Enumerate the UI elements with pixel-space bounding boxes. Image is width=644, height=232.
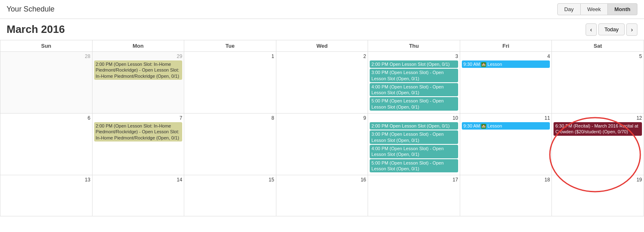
day-number: 29	[94, 53, 183, 59]
event-item[interactable]: 2:00 PM (Open Lesson Slot: In-Home Piedm…	[94, 60, 183, 80]
event-item[interactable]: 5:00 PM (Open Lesson Slot) - Open Lesson…	[370, 159, 458, 173]
header-thu: Thu	[368, 40, 460, 52]
day-cell: 14	[93, 175, 185, 216]
day-number: 12	[554, 115, 642, 121]
view-toggle: Day Week Month	[557, 3, 637, 15]
day-number: 5	[554, 53, 642, 59]
week-view-button[interactable]: Week	[581, 3, 608, 15]
day-number: 11	[462, 115, 550, 121]
day-number: 17	[370, 177, 458, 183]
calendar-grid: Sun Mon Tue Wed Thu Fri Sat 28 29 2:00 P…	[0, 40, 644, 216]
event-item[interactable]: 3:00 PM (Open Lesson Slot) - Open Lesson…	[370, 130, 458, 144]
nav-controls: ‹ Today ›	[586, 23, 637, 36]
day-view-button[interactable]: Day	[557, 3, 581, 15]
header-wed: Wed	[276, 40, 368, 52]
day-number: 3	[370, 53, 458, 59]
day-cell: 5	[552, 52, 644, 114]
day-cell: 2	[276, 52, 368, 114]
day-cell: 29 2:00 PM (Open Lesson Slot: In-Home Pi…	[93, 52, 185, 114]
header-mon: Mon	[93, 40, 185, 52]
day-cell: 3 2:00 PM Open Lesson Slot (Open, 0/1) 3…	[368, 52, 460, 114]
event-item[interactable]: 5:00 PM (Open Lesson Slot) - Open Lesson…	[370, 97, 458, 111]
event-item[interactable]: 3:00 PM (Open Lesson Slot) - Open Lesson…	[370, 69, 458, 82]
prev-button[interactable]: ‹	[586, 23, 597, 36]
day-cell: 16	[276, 175, 368, 216]
day-cell: 13	[0, 175, 93, 216]
page-title: Your Schedule	[7, 5, 54, 14]
event-item[interactable]: 2:00 PM (Open Lesson Slot: In-Home Piedm…	[94, 122, 183, 142]
header-tue: Tue	[184, 40, 276, 52]
month-title: March 2016	[7, 23, 65, 36]
event-recital[interactable]: 6:30 PM (Recital) - March 2016 Recital a…	[554, 122, 642, 136]
day-number: 13	[2, 177, 90, 183]
day-number: 6	[2, 115, 90, 121]
day-cell-recital: 12 6:30 PM (Recital) - March 2016 Recita…	[552, 114, 644, 175]
day-cell: 18	[460, 175, 552, 216]
day-number: 7	[94, 115, 183, 121]
header-sat: Sat	[552, 40, 644, 52]
day-number: 18	[462, 177, 550, 183]
day-number: 10	[370, 115, 458, 121]
page-header: Your Schedule Day Week Month	[0, 0, 644, 19]
lesson-icon: 🏫	[481, 124, 486, 129]
lesson-icon: 🏫	[481, 62, 486, 67]
event-lesson[interactable]: 9:30 AM 🏫 Lesson	[462, 60, 550, 68]
day-number: 4	[462, 53, 550, 59]
day-cell: 28	[0, 52, 93, 114]
day-cell: 10 2:00 PM Open Lesson Slot (Open, 0/1) …	[368, 114, 460, 175]
event-item[interactable]: 4:00 PM (Open Lesson Slot) - Open Lesson…	[370, 145, 458, 158]
day-cell: 15	[184, 175, 276, 216]
day-cell: 8	[184, 114, 276, 175]
day-number: 8	[186, 115, 274, 121]
day-cell: 19	[552, 175, 644, 216]
day-cell: 17	[368, 175, 460, 216]
today-button[interactable]: Today	[598, 23, 625, 35]
day-number: 16	[278, 177, 366, 183]
weeks: 28 29 2:00 PM (Open Lesson Slot: In-Home…	[0, 52, 644, 216]
week-row: 13 14 15 16 17 18 19	[0, 175, 644, 216]
event-item[interactable]: 4:00 PM (Open Lesson Slot) - Open Lesson…	[370, 83, 458, 97]
day-cell: 4 9:30 AM 🏫 Lesson	[460, 52, 552, 114]
day-number: 14	[94, 177, 183, 183]
day-number: 28	[2, 53, 90, 59]
week-row: 6 7 2:00 PM (Open Lesson Slot: In-Home P…	[0, 114, 644, 175]
day-cell: 1	[184, 52, 276, 114]
day-cell: 7 2:00 PM (Open Lesson Slot: In-Home Pie…	[93, 114, 185, 175]
day-headers-row: Sun Mon Tue Wed Thu Fri Sat	[0, 40, 644, 52]
week-row: 28 29 2:00 PM (Open Lesson Slot: In-Home…	[0, 52, 644, 114]
month-view-button[interactable]: Month	[608, 3, 637, 15]
header-fri: Fri	[460, 40, 552, 52]
next-button[interactable]: ›	[626, 23, 637, 36]
day-number: 2	[278, 53, 366, 59]
event-item[interactable]: 2:00 PM Open Lesson Slot (Open, 0/1)	[370, 60, 458, 68]
header-sun: Sun	[0, 40, 93, 52]
day-cell: 9	[276, 114, 368, 175]
day-number: 19	[554, 177, 642, 183]
day-number: 1	[186, 53, 274, 59]
calendar-nav: March 2016 ‹ Today ›	[0, 19, 644, 40]
day-cell: 6	[0, 114, 93, 175]
day-cell: 11 9:30 AM 🏫 Lesson	[460, 114, 552, 175]
day-number: 9	[278, 115, 366, 121]
event-lesson[interactable]: 9:30 AM 🏫 Lesson	[462, 122, 550, 130]
event-item[interactable]: 2:00 PM Open Lesson Slot (Open, 0/1)	[370, 122, 458, 130]
day-number: 15	[186, 177, 274, 183]
